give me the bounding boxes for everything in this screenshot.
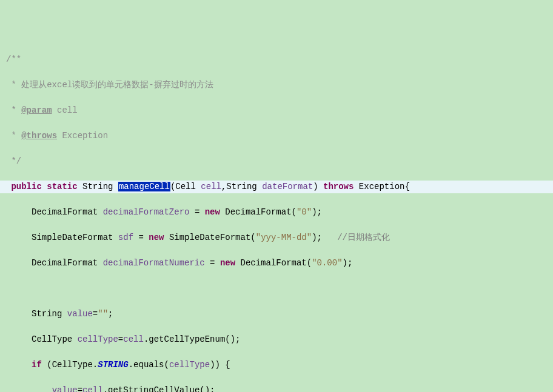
var: value — [67, 309, 93, 319]
var: sdf — [118, 233, 133, 242]
javadoc-close: */ — [6, 156, 21, 166]
code-line: value=cell.getStringCellValue(); — [0, 384, 553, 392]
var: decimalFormatZero — [103, 207, 190, 217]
code-line: CellType cellType=cell.getCellTypeEnum()… — [0, 333, 553, 346]
code-line: String value=""; — [0, 308, 553, 321]
code-line: * @param cell — [0, 104, 553, 117]
param-ref: cell — [82, 385, 103, 392]
param-name: cell — [201, 182, 221, 191]
javadoc-throws-tag: @throws — [21, 131, 57, 141]
var: value — [52, 385, 78, 392]
javadoc-open: /** — [6, 55, 21, 64]
kw-static: static — [47, 182, 77, 191]
kw-throws: throws — [323, 182, 354, 191]
javadoc-star: * — [6, 105, 21, 115]
string: "" — [98, 309, 108, 319]
javadoc-star: * — [6, 131, 21, 141]
var: decimalFormatNumeric — [103, 258, 205, 268]
type: CellType — [32, 334, 72, 344]
code-line: * @throws Exception — [0, 130, 553, 142]
code-line: if (CellType.STRING.equals(cellType)) { — [0, 359, 553, 371]
kw-new: new — [220, 258, 235, 268]
type: String — [32, 309, 62, 319]
method-signature-line: public static String manageCell(Cell cel… — [0, 181, 553, 193]
string: "0.00" — [312, 258, 342, 268]
method-call: getStringCellValue — [108, 385, 199, 392]
kw-if: if — [32, 360, 42, 370]
param-type: Cell — [175, 182, 196, 191]
type: CellType — [52, 360, 93, 370]
brace-open: { — [404, 182, 409, 191]
kw-new: new — [205, 207, 220, 217]
code-line: DecimalFormat decimalFormatZero = new De… — [0, 206, 553, 219]
static-field: STRING — [98, 360, 128, 370]
param-type: String — [226, 182, 256, 191]
param-ref: cell — [123, 334, 144, 344]
javadoc-desc: * 处理从excel读取到的单元格数据-摒弃过时的方法 — [6, 80, 213, 90]
javadoc-param-tag: @param — [21, 105, 52, 115]
type: DecimalFormat — [32, 207, 98, 217]
code-line: * 处理从excel读取到的单元格数据-摒弃过时的方法 — [0, 79, 553, 91]
kw-new: new — [149, 233, 164, 242]
javadoc-param-name: cell — [52, 105, 78, 115]
var: cellType — [169, 360, 210, 370]
comment: //日期格式化 — [337, 233, 390, 242]
string: "0" — [297, 207, 312, 217]
code-line: DecimalFormat decimalFormatNumeric = new… — [0, 257, 553, 270]
ctor: DecimalFormat — [241, 258, 307, 268]
method-call: getCellTypeEnum — [149, 334, 225, 344]
blank-line — [0, 282, 553, 295]
param-name: dateFormat — [262, 182, 313, 191]
method-call: equals — [133, 360, 164, 370]
method-name-highlighted: manageCell — [118, 182, 170, 191]
type: DecimalFormat — [32, 258, 98, 268]
var: cellType — [78, 334, 118, 344]
code-line: SimpleDateFormat sdf = new SimpleDateFor… — [0, 231, 553, 244]
ctor: DecimalFormat — [225, 207, 291, 217]
paren-close: ) — [313, 182, 318, 191]
exception-type: Exception — [359, 182, 405, 191]
code-editor[interactable]: /** * 处理从excel读取到的单元格数据-摒弃过时的方法 * @param… — [0, 53, 553, 392]
string: "yyy-MM-dd" — [256, 233, 312, 242]
kw-public: public — [11, 182, 41, 191]
code-line: /** — [0, 53, 553, 66]
code-line: */ — [0, 155, 553, 168]
return-type: String — [82, 182, 113, 191]
type: SimpleDateFormat — [32, 233, 113, 242]
ctor: SimpleDateFormat — [169, 233, 250, 242]
javadoc-throws-name: Exception — [57, 131, 108, 141]
